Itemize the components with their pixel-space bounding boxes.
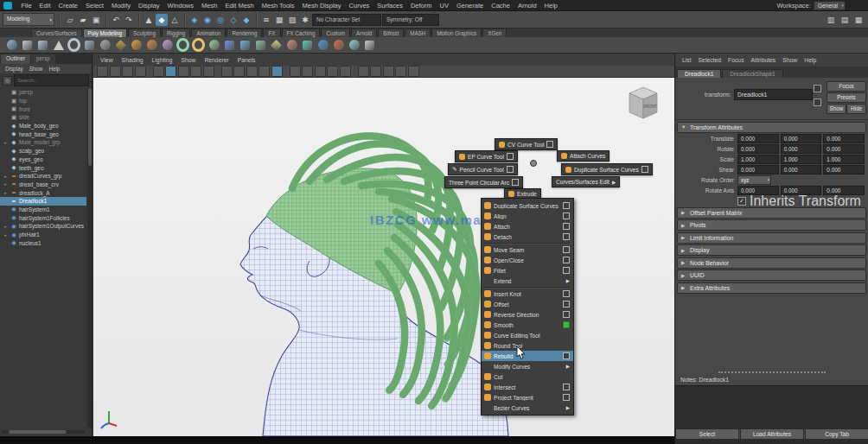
option-box[interactable] [563, 352, 570, 359]
marking-menu-item-northwest[interactable]: EP Curve Tool [455, 150, 518, 162]
outliner-row-dread_base_crv[interactable]: ▸≈dread_base_crv [0, 181, 86, 189]
outliner-row-nucleus1[interactable]: ◉nucleus1 [0, 238, 86, 247]
torus-icon[interactable] [67, 39, 80, 52]
outliner-row-side[interactable]: ▣side [0, 113, 86, 122]
option-box[interactable] [512, 179, 519, 186]
select-by-component-icon[interactable]: △ [169, 14, 181, 26]
translate-field-1[interactable]: 0.000 [781, 134, 822, 143]
marking-menu-item-northeast[interactable]: Attach Curves [557, 150, 610, 162]
menubar-item-generate[interactable]: Generate [452, 2, 487, 10]
option-box[interactable] [563, 257, 570, 263]
menubar-item-deform[interactable]: Deform [406, 2, 436, 10]
viewport-toolbar-icon-7[interactable] [190, 66, 201, 77]
attribute-editor-tab-Dreadlock1[interactable]: Dreadlock1 [677, 69, 721, 78]
menubar-item-modify[interactable]: Modify [107, 2, 134, 10]
smooth-mesh-icon[interactable] [348, 39, 361, 52]
viewport-toolbar-icon-6[interactable] [178, 66, 189, 77]
shelf-tab-custom[interactable]: Custom [321, 29, 350, 37]
viewport-toolbar-icon-1[interactable] [110, 66, 121, 77]
rotate-order-dropdown[interactable]: xyz [737, 175, 771, 185]
open-scene-icon[interactable]: ▰ [77, 14, 89, 26]
spherical-harmonics-icon[interactable] [145, 39, 158, 52]
notes-textarea[interactable] [675, 385, 868, 429]
viewport-menu-panels[interactable]: Panels [238, 57, 256, 63]
multi-cut-icon[interactable] [270, 39, 283, 52]
attribute-editor-tab-DreadlockShape1[interactable]: DreadlockShape1 [722, 69, 782, 78]
outliner-row-eyes_geo[interactable]: ◆eyes_geo [0, 155, 86, 164]
outliner-tab-outliner[interactable]: Outliner [1, 54, 30, 64]
shelf-tab-arnold[interactable]: Arnold [351, 29, 377, 37]
shelf-tab-mash[interactable]: MASH [405, 29, 431, 37]
attribute-editor-menu-help[interactable]: Help [804, 57, 816, 63]
viewport-toolbar-icon-14[interactable] [290, 66, 301, 77]
outliner-row-front[interactable]: ▣front [0, 105, 86, 113]
select-button[interactable]: Select [675, 428, 739, 440]
section-uuid[interactable]: ▶UUID [677, 270, 866, 281]
lock-name-checkbox[interactable] [814, 85, 821, 92]
pin-tab-checkbox[interactable] [814, 98, 821, 106]
context-menu-item-round-tool[interactable]: Round Tool [482, 340, 573, 351]
select-by-object-icon[interactable]: ◆ [156, 14, 168, 26]
outliner-row-scalp_geo[interactable]: ◆scalp_geo [0, 147, 86, 155]
menubar-item-create[interactable]: Create [54, 2, 82, 10]
viewport-toolbar-icon-11[interactable] [246, 66, 258, 77]
section-extra-attributes[interactable]: ▶Extra Attributes [677, 282, 866, 294]
option-box[interactable] [563, 301, 570, 308]
inherits-transform-checkbox[interactable]: ✓ [737, 197, 746, 206]
outliner-menu-display[interactable]: Display [5, 66, 23, 72]
viewport-toolbar-icon-3[interactable] [135, 66, 146, 77]
outliner-row-head_base_geo[interactable]: ◆head_base_geo [0, 130, 86, 138]
menubar-item-edit-mesh[interactable]: Edit Mesh [221, 2, 258, 10]
option-box[interactable] [563, 212, 570, 219]
menubar-item-windows[interactable]: Windows [163, 2, 197, 10]
viewport-toolbar-icon-15[interactable] [302, 66, 313, 77]
workspace-dropdown[interactable]: General [814, 1, 846, 10]
shear-field-2[interactable]: 0.000 [823, 165, 865, 174]
save-scene-icon[interactable]: ▣ [90, 14, 102, 26]
new-scene-icon[interactable]: ▱ [64, 14, 76, 26]
option-box[interactable] [563, 394, 570, 401]
hide-button[interactable]: Hide [846, 104, 866, 114]
select-by-hierarchy-icon[interactable]: ▲ [143, 14, 155, 26]
outliner-row-teeth_geo[interactable]: ◆teeth_geo [0, 163, 86, 172]
marking-menu-item-north[interactable]: CV Curve Tool [495, 138, 558, 150]
context-menu-item-intersect[interactable]: Intersect [482, 382, 573, 392]
option-box[interactable] [563, 267, 570, 274]
menubar-item-arnold[interactable]: Arnold [514, 2, 540, 10]
option-box[interactable] [563, 321, 570, 328]
context-menu-item-extend[interactable]: Extend▶ [482, 276, 573, 286]
outliner-row-top[interactable]: ▣top [0, 97, 86, 105]
shelf-tab-fx-caching[interactable]: FX Caching [282, 29, 321, 37]
bevel-icon[interactable] [239, 39, 252, 52]
shelf-tab-bifrost[interactable]: Bifrost [378, 29, 404, 37]
view-cube[interactable]: FRONT [629, 87, 657, 118]
sidebar-toggle-icon[interactable]: ▥ [825, 14, 837, 26]
render-icon[interactable]: ▦ [273, 14, 285, 26]
quad-draw-icon[interactable] [301, 39, 314, 52]
viewport-toolbar-icon-8[interactable] [203, 66, 214, 77]
context-menu-item-fillet[interactable]: Fillet [482, 265, 573, 276]
snap-to-point-icon[interactable]: ◎ [214, 14, 227, 26]
outliner-search-input[interactable] [14, 74, 89, 86]
scale-field-2[interactable]: 1.000 [823, 155, 865, 164]
context-menu-item-bezier-curves[interactable]: Bezier Curves▶ [482, 403, 573, 413]
viewport-toolbar-icon-16[interactable] [315, 66, 326, 77]
section-display[interactable]: ▶Display [677, 244, 866, 256]
plane-icon[interactable] [83, 39, 96, 52]
bridge-icon[interactable] [254, 39, 267, 52]
option-box[interactable] [563, 202, 570, 209]
viewport-toolbar-icon-18[interactable] [340, 66, 351, 77]
viewport-menu-shading[interactable]: Shading [122, 57, 144, 63]
outliner-row-pfxHair1[interactable]: ▸◉pfxHair1 [0, 231, 86, 239]
option-box[interactable] [507, 166, 514, 173]
menu-set-dropdown[interactable]: Modeling [3, 13, 54, 26]
viewport-toolbar-icon-0[interactable] [97, 66, 108, 77]
menubar-item-curves[interactable]: Curves [345, 2, 373, 10]
viewport-toolbar-icon-20[interactable] [370, 66, 381, 77]
context-menu-item-offset[interactable]: Offset [482, 299, 573, 309]
viewport-toolbar-icon-9[interactable] [221, 66, 233, 77]
context-menu-item-modify-curves[interactable]: Modify Curves▶ [482, 361, 573, 371]
helix-icon[interactable] [176, 39, 189, 52]
mirror-icon[interactable] [363, 39, 376, 52]
outliner-horizontal-scrollbar[interactable] [2, 430, 85, 434]
